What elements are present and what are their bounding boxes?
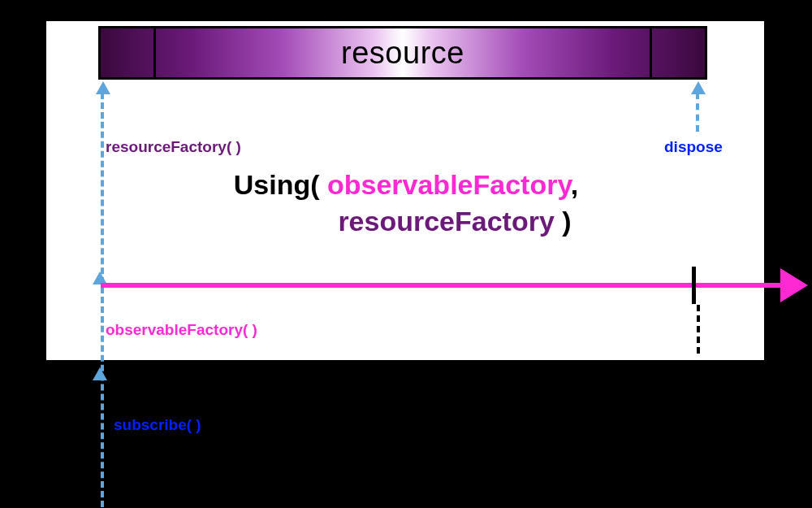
- arrow-up-icon: [93, 367, 107, 380]
- arrow-right-icon: [780, 268, 808, 302]
- label-resource-factory: resourceFactory( ): [106, 138, 241, 156]
- dispose-arrow-line: [696, 93, 699, 132]
- resource-bar-divider-left: [153, 28, 156, 77]
- title-prefix: Using(: [234, 169, 327, 200]
- diagram-canvas: resource resourceFactory( ) dispose Usin…: [0, 0, 812, 508]
- title-arg2: resourceFactory: [338, 206, 554, 237]
- resource-bar: resource: [98, 26, 707, 80]
- observable-timeline: [101, 283, 785, 288]
- complete-tick: [692, 267, 696, 304]
- arrow-up-icon: [691, 81, 706, 94]
- title-comma: ,: [571, 169, 578, 200]
- title-suffix: ): [555, 206, 572, 237]
- operator-title: Using( observableFactory, resourceFactor…: [0, 169, 812, 237]
- subscribe-arrow-line: [101, 93, 104, 507]
- post-complete-dash: [697, 305, 700, 354]
- label-dispose: dispose: [664, 138, 723, 156]
- resource-label: resource: [341, 36, 464, 71]
- label-subscribe: subscribe( ): [114, 416, 201, 434]
- resource-bar-divider-right: [650, 28, 652, 77]
- arrow-up-icon: [96, 81, 110, 94]
- label-observable-factory: observableFactory( ): [106, 321, 257, 339]
- title-arg1: observableFactory: [327, 169, 571, 200]
